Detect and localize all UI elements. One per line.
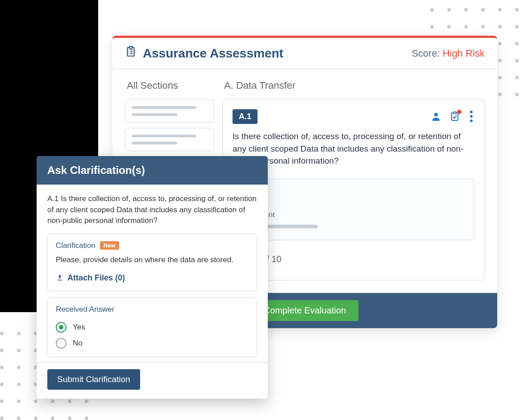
clarification-detail-box: Clarification New Please, provide detail…: [47, 234, 257, 291]
clarification-question-ref: A.1 Is there collection of, access to, p…: [47, 194, 257, 226]
svg-point-8: [434, 113, 438, 116]
attach-files-label: Attach Files (0): [67, 273, 125, 283]
question-id-badge: A.1: [233, 109, 258, 124]
clarification-label: Clarification: [56, 241, 96, 250]
clarification-text: Please, provide details on where the dat…: [56, 255, 249, 265]
clipboard-check-icon[interactable]: [449, 111, 460, 122]
clipboard-list-icon: [125, 46, 137, 61]
answer-option-no-label: No: [73, 339, 83, 348]
answer-option-yes[interactable]: Yes: [56, 319, 249, 335]
question-text: Is there collection of, access to, proce…: [233, 130, 474, 167]
received-answer-label: Received Answer: [56, 305, 249, 314]
svg-rect-11: [58, 280, 62, 281]
all-sections-label: All Sections: [127, 80, 214, 91]
score-display: Score: High Risk: [411, 48, 485, 59]
answer-option-yes-label: Yes: [73, 323, 85, 332]
assessment-title: Assurance Assessment: [143, 46, 283, 61]
submit-clarification-button[interactable]: Submit Clarification: [47, 369, 140, 390]
svg-rect-1: [129, 46, 133, 48]
svg-rect-10: [453, 112, 456, 114]
section-title: A. Data Transfer: [224, 80, 485, 91]
attach-files-link[interactable]: Attach Files (0): [56, 273, 249, 283]
person-icon[interactable]: [431, 111, 441, 122]
new-badge: New: [100, 241, 119, 250]
answer-option-no[interactable]: No: [56, 335, 249, 351]
assessment-header: Assurance Assessment Score: High Risk: [112, 38, 497, 69]
section-card[interactable]: [125, 128, 214, 151]
more-menu-icon[interactable]: [468, 109, 474, 124]
comment-label: Comment: [242, 210, 465, 219]
score-value: High Risk: [443, 48, 485, 59]
radio-icon: [56, 338, 66, 349]
clarification-modal: Ask Clarification(s) A.1 Is there collec…: [37, 156, 268, 399]
comment-field[interactable]: Comment: [233, 179, 474, 240]
rating-max-label: / 10: [266, 254, 281, 264]
received-answer-box: Received Answer Yes No: [47, 297, 257, 357]
radio-icon: [56, 322, 66, 333]
upload-icon: [56, 274, 64, 282]
clarification-header: Ask Clarification(s): [37, 156, 268, 185]
section-card[interactable]: [125, 99, 214, 123]
score-label: Score:: [411, 48, 440, 59]
